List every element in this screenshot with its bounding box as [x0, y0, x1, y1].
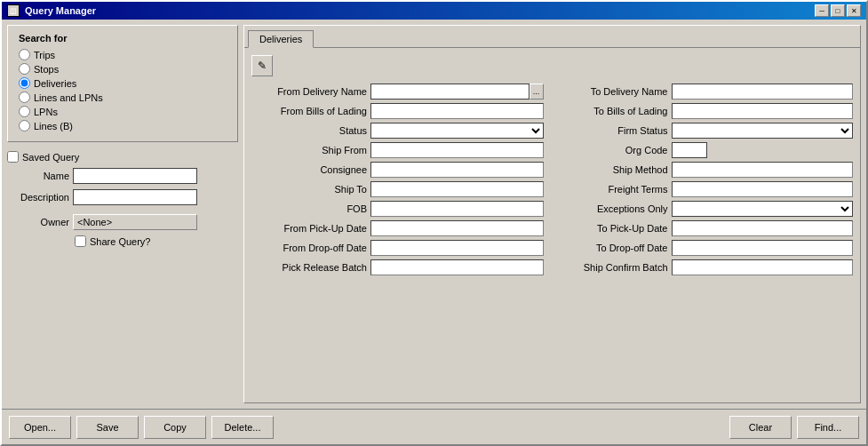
- to-pickup-date-row: To Pick-Up Date: [561, 220, 854, 236]
- fob-input[interactable]: [370, 201, 544, 217]
- ship-method-row: Ship Method: [561, 162, 854, 178]
- to-dropoff-date-label: To Drop-off Date: [561, 243, 668, 253]
- ship-from-row: Ship From: [251, 142, 544, 158]
- ship-method-label: Ship Method: [561, 164, 668, 175]
- exceptions-only-select[interactable]: [672, 201, 854, 217]
- ship-method-input[interactable]: [672, 162, 854, 178]
- from-pickup-date-input[interactable]: [370, 220, 544, 236]
- freight-terms-label: Freight Terms: [561, 184, 668, 195]
- org-code-input[interactable]: [672, 142, 707, 158]
- firm-status-select[interactable]: [672, 123, 854, 139]
- share-query-label: Share Query?: [90, 236, 150, 247]
- ship-from-input[interactable]: [370, 142, 544, 158]
- from-dropoff-date-row: From Drop-off Date: [251, 240, 544, 256]
- open-button[interactable]: Open...: [9, 416, 71, 439]
- fields-grid: From Delivery Name ... From Bills of Lad…: [251, 84, 853, 275]
- title-buttons: ─ □ ✕: [815, 4, 861, 17]
- from-pickup-date-row: From Pick-Up Date: [251, 220, 544, 236]
- saved-query-section: Saved Query Name Description Owner <None…: [7, 151, 238, 247]
- minimize-button[interactable]: ─: [815, 4, 829, 17]
- share-query-checkbox[interactable]: [75, 235, 86, 247]
- to-delivery-name-label: To Delivery Name: [561, 86, 668, 97]
- owner-field: <None>: [73, 214, 197, 230]
- radio-lines-lpns: Lines and LPNs: [19, 92, 227, 103]
- from-dropoff-date-input[interactable]: [370, 240, 544, 256]
- tab-deliveries[interactable]: Deliveries: [248, 30, 314, 48]
- from-delivery-name-label: From Delivery Name: [251, 86, 367, 97]
- right-panel: Deliveries ✎ From Delivery: [243, 25, 861, 403]
- from-delivery-name-browse-button[interactable]: ...: [530, 84, 544, 100]
- from-delivery-name-input[interactable]: [370, 84, 530, 100]
- ship-to-label: Ship To: [251, 184, 367, 195]
- exceptions-only-row: Exceptions Only: [561, 201, 854, 217]
- from-bills-of-lading-input[interactable]: [370, 103, 544, 119]
- radio-stops: Stops: [19, 63, 227, 75]
- name-label: Name: [7, 171, 69, 181]
- window-icon: ◫: [7, 4, 20, 17]
- toolbar-row: ✎: [251, 55, 853, 76]
- left-panel: Search for Trips Stops Deliveries Lines …: [7, 25, 238, 403]
- search-for-group: Search for Trips Stops Deliveries Lines …: [7, 25, 238, 142]
- org-code-label: Org Code: [561, 145, 668, 155]
- lines-lpns-label: Lines and LPNs: [34, 92, 103, 103]
- right-column: To Delivery Name To Bills of Lading Firm…: [561, 84, 854, 275]
- deliveries-radio[interactable]: [19, 77, 30, 89]
- radio-lpns: LPNs: [19, 106, 227, 117]
- from-bills-of-lading-label: From Bills of Lading: [251, 106, 367, 116]
- close-button[interactable]: ✕: [847, 4, 861, 17]
- to-delivery-name-input[interactable]: [672, 84, 854, 100]
- ship-to-input[interactable]: [370, 181, 544, 197]
- to-dropoff-date-input[interactable]: [672, 240, 854, 256]
- bottom-bar: Open... Save Copy Delete... Clear Find..…: [2, 409, 866, 444]
- radio-trips: Trips: [19, 49, 227, 60]
- stops-radio[interactable]: [19, 63, 30, 75]
- delete-button[interactable]: Delete...: [211, 416, 274, 439]
- share-query-row: Share Query?: [75, 235, 238, 247]
- to-bills-of-lading-label: To Bills of Lading: [561, 106, 668, 116]
- saved-query-row: Saved Query: [7, 151, 238, 163]
- find-button[interactable]: Find...: [797, 416, 859, 439]
- firm-status-row: Firm Status: [561, 123, 854, 139]
- deliveries-label: Deliveries: [34, 78, 76, 89]
- left-column: From Delivery Name ... From Bills of Lad…: [251, 84, 544, 275]
- freight-terms-row: Freight Terms: [561, 181, 854, 197]
- stops-label: Stops: [34, 64, 59, 75]
- status-select[interactable]: [370, 123, 544, 139]
- to-bills-of-lading-input[interactable]: [672, 103, 854, 119]
- copy-button[interactable]: Copy: [144, 416, 206, 439]
- fob-row: FOB: [251, 201, 544, 217]
- status-label: Status: [251, 125, 367, 136]
- owner-row: Owner <None>: [7, 214, 238, 230]
- save-button[interactable]: Save: [76, 416, 139, 439]
- to-pickup-date-input[interactable]: [672, 220, 854, 236]
- name-row: Name: [7, 168, 238, 184]
- clear-button[interactable]: Clear: [729, 416, 792, 439]
- tab-content-deliveries: ✎ From Delivery Name ...: [244, 48, 860, 402]
- from-pickup-date-label: From Pick-Up Date: [251, 223, 367, 234]
- lines-radio[interactable]: [19, 120, 30, 131]
- consignee-label: Consignee: [251, 164, 367, 175]
- from-delivery-name-row: From Delivery Name ...: [251, 84, 544, 100]
- consignee-input[interactable]: [370, 162, 544, 178]
- pick-release-batch-label: Pick Release Batch: [251, 262, 367, 273]
- lines-lpns-radio[interactable]: [19, 92, 30, 103]
- search-for-label: Search for: [19, 33, 227, 44]
- pick-release-batch-input[interactable]: [370, 259, 544, 275]
- edit-button[interactable]: ✎: [251, 55, 273, 76]
- ship-confirm-batch-input[interactable]: [672, 259, 854, 275]
- org-code-row: Org Code: [561, 142, 854, 158]
- fob-label: FOB: [251, 203, 367, 214]
- maximize-button[interactable]: □: [831, 4, 845, 17]
- trips-radio[interactable]: [19, 49, 30, 60]
- freight-terms-input[interactable]: [672, 181, 854, 197]
- saved-query-checkbox[interactable]: [7, 151, 19, 163]
- description-input[interactable]: [73, 189, 197, 205]
- to-pickup-date-label: To Pick-Up Date: [561, 223, 668, 234]
- ship-to-row: Ship To: [251, 181, 544, 197]
- ship-confirm-batch-label: Ship Confirm Batch: [561, 262, 668, 273]
- description-row: Description: [7, 189, 238, 205]
- lpns-radio[interactable]: [19, 106, 30, 117]
- name-input[interactable]: [73, 168, 197, 184]
- trips-label: Trips: [34, 50, 55, 60]
- radio-lines: Lines (B): [19, 120, 227, 131]
